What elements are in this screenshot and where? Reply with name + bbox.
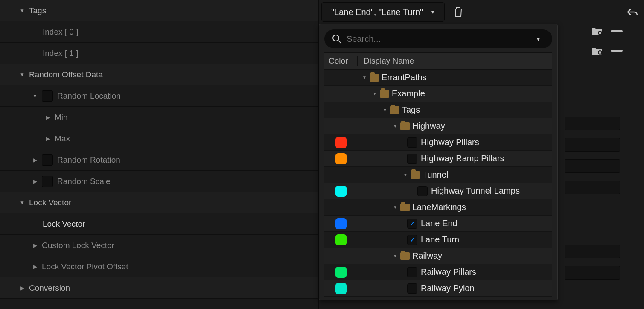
chevron-down-icon[interactable] xyxy=(401,172,410,177)
tag-railway-pylon[interactable]: Railway Pylon xyxy=(324,280,552,297)
tag-highway-ramp-pillars[interactable]: Highway Ramp Pillars xyxy=(324,151,552,167)
random-scale-field[interactable] xyxy=(565,181,620,194)
conversion-label: Conversion xyxy=(29,283,70,293)
search-box[interactable] xyxy=(324,29,552,48)
chevron-down-icon[interactable] xyxy=(17,72,27,78)
chevron-right-icon[interactable] xyxy=(30,157,40,163)
chevron-down-icon[interactable] xyxy=(30,93,40,99)
color-swatch xyxy=(335,153,347,164)
checkbox[interactable] xyxy=(407,267,417,277)
tag-label: Railway Pylon xyxy=(421,283,475,293)
chevron-right-icon[interactable] xyxy=(17,285,27,291)
folder-tags[interactable]: Tags xyxy=(324,102,552,118)
folder-icon xyxy=(380,90,389,98)
checkbox-checked[interactable]: ✓ xyxy=(407,235,417,245)
random-rotation-label: Random Rotation xyxy=(57,155,120,165)
folder-icon xyxy=(400,122,410,130)
lock-vector-row[interactable]: Lock Vector xyxy=(0,213,318,235)
random-location-label: Random Location xyxy=(57,91,121,101)
folder-lane-markings[interactable]: LaneMarkings xyxy=(324,199,552,216)
min-label: Min xyxy=(55,113,68,122)
svg-line-1 xyxy=(601,34,603,36)
min-row[interactable]: Min xyxy=(0,107,318,128)
checkbox[interactable] xyxy=(407,154,417,164)
chevron-down-icon[interactable] xyxy=(17,200,27,206)
folder-highway[interactable]: Highway xyxy=(324,118,552,134)
chevron-right-icon[interactable] xyxy=(43,114,53,120)
folder-zoom-icon[interactable] xyxy=(591,26,603,36)
remove-button[interactable] xyxy=(611,50,623,52)
trash-button[interactable] xyxy=(451,4,466,20)
chevron-down-icon[interactable] xyxy=(370,91,379,96)
checkbox-random-rotation[interactable] xyxy=(42,154,53,166)
chevron-right-icon[interactable] xyxy=(43,136,53,142)
lock-vector-label: Lock Vector xyxy=(43,219,85,229)
random-scale-row[interactable]: Random Scale xyxy=(0,171,318,192)
tags-section[interactable]: Tags xyxy=(0,0,318,21)
tags-index-0[interactable]: Index [ 0 ] xyxy=(0,21,318,43)
chevron-right-icon[interactable] xyxy=(30,178,40,184)
checkbox-random-location[interactable] xyxy=(42,90,53,102)
checkbox-checked[interactable]: ✓ xyxy=(407,219,417,229)
lock-vector-section[interactable]: Lock Vector xyxy=(0,192,318,213)
color-swatch xyxy=(335,234,347,245)
tags-index-1[interactable]: Index [ 1 ] xyxy=(0,43,318,64)
random-offset-data-section[interactable]: Random Offset Data xyxy=(0,64,318,85)
svg-line-3 xyxy=(601,54,603,55)
chevron-down-icon[interactable] xyxy=(17,8,27,14)
checkbox-random-scale[interactable] xyxy=(42,176,53,187)
tag-highway-tunnel-lamps[interactable]: Highway Tunnel Lamps xyxy=(324,183,552,199)
max-value-field[interactable] xyxy=(565,138,620,152)
chevron-down-icon[interactable] xyxy=(536,35,545,42)
custom-lock-vector-field[interactable] xyxy=(565,245,620,258)
svg-point-4 xyxy=(333,35,339,41)
min-value-field[interactable] xyxy=(565,117,620,130)
conversion-section[interactable]: Conversion xyxy=(0,277,318,299)
folder-example[interactable]: Example xyxy=(324,86,552,102)
tag-railway-pillars[interactable]: Railway Pillars xyxy=(324,264,552,280)
folder-label: LaneMarkings xyxy=(412,202,466,212)
chevron-down-icon[interactable] xyxy=(360,75,369,80)
svg-line-5 xyxy=(338,41,341,43)
col-header-display-name[interactable]: Display Name xyxy=(358,56,552,66)
chevron-down-icon[interactable] xyxy=(391,254,399,258)
random-rotation-field[interactable] xyxy=(565,159,620,173)
chevron-down-icon[interactable] xyxy=(381,108,389,112)
checkbox[interactable] xyxy=(407,283,417,294)
folder-icon xyxy=(411,171,420,179)
remove-button[interactable] xyxy=(611,30,623,32)
tag-highway-pillars[interactable]: Highway Pillars xyxy=(324,134,552,151)
random-location-row[interactable]: Random Location xyxy=(0,85,318,107)
chevron-right-icon[interactable] xyxy=(30,242,40,248)
lock-vector-pivot-field[interactable] xyxy=(565,266,620,280)
right-pane: "Lane End", "Lane Turn" xyxy=(318,0,644,309)
tag-dropdown[interactable]: "Lane End", "Lane Turn" xyxy=(321,2,445,22)
lock-vector-pivot-offset-row[interactable]: Lock Vector Pivot Offset xyxy=(0,256,318,277)
tag-lane-turn[interactable]: ✓ Lane Turn xyxy=(324,232,552,248)
tag-lane-end[interactable]: ✓ Lane End xyxy=(324,216,552,232)
chevron-down-icon[interactable] xyxy=(391,124,399,128)
chevron-right-icon[interactable] xyxy=(30,264,40,270)
max-row[interactable]: Max xyxy=(0,128,318,149)
undo-button[interactable] xyxy=(625,5,640,20)
col-header-color[interactable]: Color xyxy=(324,56,358,66)
chevron-down-icon xyxy=(429,8,437,16)
random-rotation-row[interactable]: Random Rotation xyxy=(0,149,318,171)
search-input[interactable] xyxy=(347,34,536,44)
max-label: Max xyxy=(55,134,70,143)
chevron-down-icon[interactable] xyxy=(391,205,399,210)
dropdown-label: "Lane End", "Lane Turn" xyxy=(331,7,423,17)
property-tree: Tags Index [ 0 ] Index [ 1 ] Random Offs… xyxy=(0,0,318,309)
custom-lock-vector-row[interactable]: Custom Lock Vector xyxy=(0,235,318,256)
folder-icon xyxy=(370,74,379,82)
checkbox[interactable] xyxy=(407,137,417,148)
folder-zoom-icon[interactable] xyxy=(591,46,603,55)
folder-tunnel[interactable]: Tunnel xyxy=(324,167,552,183)
tag-label: Highway Ramp Pillars xyxy=(421,154,504,163)
folder-icon xyxy=(400,204,410,211)
folder-errant-paths[interactable]: ErrantPaths xyxy=(324,70,552,86)
tag-picker-popup: Color Display Name ErrantPaths xyxy=(319,24,558,300)
checkbox[interactable] xyxy=(417,186,428,196)
folder-railway[interactable]: Railway xyxy=(324,248,552,264)
search-icon xyxy=(332,34,341,44)
